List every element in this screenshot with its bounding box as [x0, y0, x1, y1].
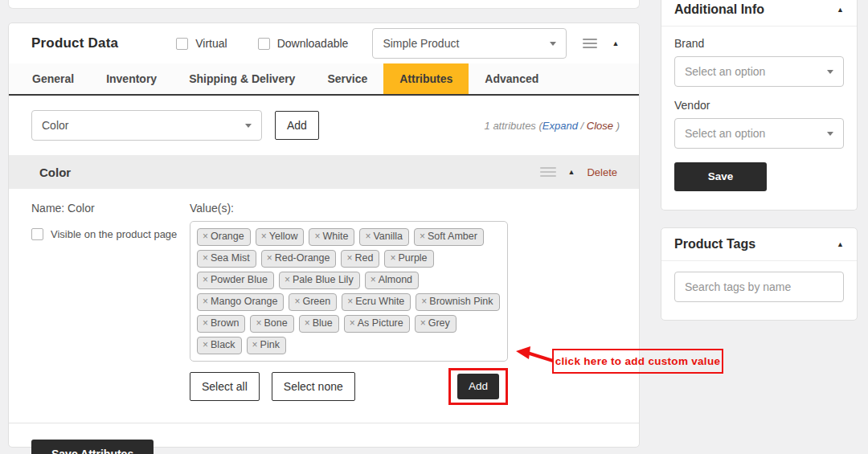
remove-value-icon[interactable]: × — [256, 317, 261, 330]
visible-label: Visible on the product page — [51, 228, 177, 240]
attribute-name-label: Name: Color — [31, 196, 190, 215]
attribute-summary: 1 attributes (Expand / Close ) — [485, 120, 620, 132]
product-type-value: Simple Product — [383, 37, 459, 50]
annotation-callout: click here to add custom value — [552, 349, 723, 374]
attribute-select[interactable]: Color — [31, 110, 262, 141]
add-value-highlight-box: Add — [448, 368, 508, 405]
downloadable-label: Downloadable — [277, 37, 349, 50]
product-data-panel: Product Data Virtual Downloadable Simple… — [8, 22, 640, 448]
remove-value-icon[interactable]: × — [350, 317, 355, 330]
sidebar-save-button[interactable]: Save — [674, 162, 767, 191]
tab-attributes[interactable]: Attributes — [383, 63, 469, 94]
remove-value-icon[interactable]: × — [252, 338, 258, 352]
add-value-button[interactable]: Add — [457, 374, 499, 399]
remove-value-icon[interactable]: × — [203, 273, 208, 287]
remove-value-icon[interactable]: × — [347, 295, 353, 309]
values-button-row: Select all Select none Add — [190, 368, 508, 405]
vendor-select[interactable]: Select an option — [674, 118, 844, 149]
attribute-value-tag: ×Vanilla — [359, 228, 409, 246]
attribute-value-tag: ×Pink — [247, 337, 286, 354]
product-type-select[interactable]: Simple Product — [372, 28, 567, 59]
additional-info-title: Additional Info — [674, 2, 764, 17]
product-tags-panel: Product Tags ▲ — [661, 227, 858, 321]
remove-value-icon[interactable]: × — [420, 230, 425, 243]
downloadable-checkbox[interactable] — [258, 38, 270, 50]
downloadable-checkbox-group: Downloadable — [258, 37, 349, 50]
remove-value-icon[interactable]: × — [294, 295, 300, 309]
product-tags-header[interactable]: Product Tags ▲ — [661, 228, 857, 261]
select-none-button[interactable]: Select none — [272, 372, 355, 402]
panel-title: Product Data — [31, 35, 118, 51]
remove-value-icon[interactable]: × — [420, 317, 426, 330]
summary-prefix: 1 attributes ( — [485, 120, 542, 132]
attribute-value-tag: ×Blue — [299, 315, 339, 333]
attribute-value-tag: ×Purple — [384, 250, 433, 268]
page: Product Data Virtual Downloadable Simple… — [0, 0, 868, 454]
attribute-delete-link[interactable]: Delete — [587, 166, 617, 178]
attribute-value-tag: ×Red-Orange — [261, 250, 337, 268]
visible-checkbox[interactable] — [31, 228, 43, 240]
attribute-value-tag: ×Black — [197, 337, 242, 354]
attribute-title: Color — [39, 166, 71, 179]
tab-general[interactable]: General — [16, 63, 90, 94]
product-tags-body — [661, 261, 857, 302]
visible-checkbox-row: Visible on the product page — [31, 228, 190, 240]
remove-value-icon[interactable]: × — [314, 230, 320, 243]
remove-value-icon[interactable]: × — [390, 252, 395, 265]
attribute-body: Name: Color Visible on the product page … — [9, 189, 639, 405]
annotation-arrow-icon — [515, 344, 555, 365]
tag-search-input[interactable] — [674, 272, 844, 302]
remove-value-icon[interactable]: × — [365, 230, 371, 243]
additional-info-panel: Additional Info ▲ Brand Select an option… — [661, 0, 858, 211]
tab-service[interactable]: Service — [311, 63, 383, 94]
additional-info-collapse-icon[interactable]: ▲ — [837, 6, 844, 14]
collapse-toggle-icon[interactable]: ▲ — [612, 40, 619, 47]
remove-value-icon[interactable]: × — [346, 252, 352, 265]
attribute-value-tag: ×Almond — [365, 272, 419, 289]
product-data-header: Product Data Virtual Downloadable Simple… — [9, 23, 639, 63]
product-data-tabbar: GeneralInventoryShipping & DeliveryServi… — [9, 63, 639, 96]
tab-shipping-delivery[interactable]: Shipping & Delivery — [173, 63, 311, 94]
remove-value-icon[interactable]: × — [305, 317, 310, 330]
attribute-value-tag: ×Green — [289, 293, 337, 311]
attribute-value-tag: ×Mango Orange — [197, 293, 284, 311]
attribute-collapse-icon[interactable]: ▲ — [568, 169, 575, 176]
close-link[interactable]: Close — [587, 120, 613, 132]
remove-value-icon[interactable]: × — [285, 273, 290, 287]
drag-handle-icon[interactable] — [583, 39, 597, 48]
product-tags-title: Product Tags — [674, 237, 755, 252]
summary-suffix: ) — [616, 120, 620, 132]
attribute-values-box[interactable]: ×Orange×Yellow×White×Vanilla×Soft Amber×… — [190, 221, 508, 362]
values-label: Value(s): — [190, 196, 508, 215]
attribute-value-tag: ×White — [309, 228, 354, 246]
attribute-value-tag: ×Orange — [197, 228, 251, 246]
save-attributes-button[interactable]: Save Attributes — [31, 440, 154, 454]
attribute-header-controls: ▲ Delete — [540, 166, 618, 178]
remove-value-icon[interactable]: × — [203, 317, 208, 330]
attribute-value-tag: ×Brownish Pink — [416, 293, 499, 311]
remove-value-icon[interactable]: × — [203, 230, 208, 243]
add-attribute-button[interactable]: Add — [275, 111, 319, 141]
brand-select[interactable]: Select an option — [674, 56, 844, 87]
expand-link[interactable]: Expand — [542, 120, 578, 132]
tab-inventory[interactable]: Inventory — [90, 63, 173, 94]
divider — [9, 423, 639, 423]
attribute-drag-handle-icon[interactable] — [540, 167, 556, 177]
previous-panel-bottom — [8, 0, 640, 9]
remove-value-icon[interactable]: × — [203, 338, 208, 352]
remove-value-icon[interactable]: × — [371, 273, 376, 287]
virtual-checkbox[interactable] — [176, 38, 188, 50]
attribute-value-tag: ×Sea Mist — [197, 250, 256, 268]
vendor-select-value: Select an option — [685, 127, 765, 140]
remove-value-icon[interactable]: × — [203, 252, 208, 265]
select-all-button[interactable]: Select all — [190, 372, 260, 402]
remove-value-icon[interactable]: × — [261, 230, 267, 243]
product-tags-collapse-icon[interactable]: ▲ — [837, 241, 844, 248]
remove-value-icon[interactable]: × — [421, 295, 427, 309]
remove-value-icon[interactable]: × — [267, 252, 272, 265]
attribute-values-column: Value(s): ×Orange×Yellow×White×Vanilla×S… — [190, 196, 508, 405]
additional-info-header[interactable]: Additional Info ▲ — [661, 0, 857, 27]
attribute-header-bar[interactable]: Color ▲ Delete — [9, 155, 639, 189]
remove-value-icon[interactable]: × — [203, 295, 208, 309]
tab-advanced[interactable]: Advanced — [469, 63, 555, 94]
